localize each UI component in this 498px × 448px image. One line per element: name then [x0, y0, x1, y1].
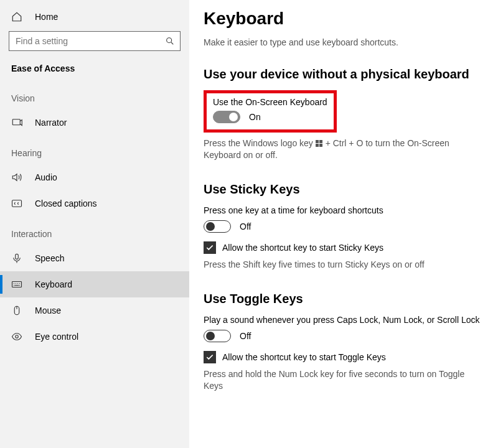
annotation-highlight: Use the On-Screen Keyboard On [204, 90, 337, 133]
sticky-shortcut-checkbox[interactable] [204, 241, 216, 254]
svg-rect-2 [12, 200, 22, 207]
sidebar-item-closed-captions[interactable]: Closed captions [0, 190, 189, 217]
svg-point-6 [16, 335, 19, 338]
search-input[interactable] [14, 35, 165, 47]
sidebar-item-label: Keyboard [35, 279, 72, 289]
sidebar-item-speech[interactable]: Speech [0, 245, 189, 271]
sidebar-group-interaction: Interaction [0, 217, 189, 245]
mouse-icon [11, 305, 24, 316]
sidebar-item-mouse[interactable]: Mouse [0, 297, 189, 324]
osk-hint: Press the Windows logo key + Ctrl + O to… [204, 138, 465, 161]
osk-toggle[interactable] [213, 111, 240, 123]
sidebar-item-label: Mouse [35, 306, 61, 315]
sidebar-item-label: Audio [35, 172, 57, 182]
svg-rect-4 [12, 282, 22, 287]
page-tagline: Make it easier to type and use keyboard … [204, 37, 484, 47]
section-osk: Use your device without a physical keybo… [204, 67, 484, 161]
section-heading: Use Sticky Keys [204, 182, 484, 197]
togglekeys-state: Off [240, 331, 251, 341]
sidebar-item-label: Narrator [35, 118, 67, 128]
search-icon [165, 36, 175, 46]
sidebar-item-label: Closed captions [35, 198, 97, 208]
page-title: Keyboard [204, 9, 484, 29]
sidebar-item-audio[interactable]: Audio [0, 164, 189, 190]
sidebar-section-title: Ease of Access [0, 61, 189, 81]
sticky-hint: Press the Shift key five times to turn S… [204, 259, 465, 271]
togglekeys-check-label: Allow the shortcut key to start Toggle K… [222, 352, 386, 362]
section-heading: Use Toggle Keys [204, 292, 484, 306]
svg-point-0 [167, 38, 172, 43]
sidebar-group-vision: Vision [0, 81, 189, 110]
section-toggle-keys: Use Toggle Keys Play a sound whenever yo… [204, 292, 484, 392]
nav-home-label: Home [35, 12, 58, 22]
sticky-check-label: Allow the shortcut key to start Sticky K… [222, 243, 383, 253]
sticky-toggle[interactable] [204, 220, 231, 233]
section-heading: Use your device without a physical keybo… [204, 67, 484, 82]
section-sticky-keys: Use Sticky Keys Press one key at a time … [204, 182, 484, 271]
osk-label: Use the On-Screen Keyboard [213, 97, 327, 107]
sticky-desc: Press one key at a time for keyboard sho… [204, 205, 484, 215]
audio-icon [11, 172, 24, 183]
sidebar-item-label: Eye control [35, 332, 78, 342]
sticky-state: Off [240, 222, 251, 231]
keyboard-icon [11, 279, 24, 290]
nav-home[interactable]: Home [0, 7, 189, 27]
sidebar-item-label: Speech [35, 253, 64, 263]
search-input-container[interactable] [9, 31, 181, 51]
togglekeys-desc: Play a sound whenever you press Caps Loc… [204, 315, 484, 325]
home-icon [11, 11, 24, 22]
togglekeys-hint: Press and hold the Num Lock key for five… [204, 368, 465, 392]
sidebar-item-keyboard[interactable]: Keyboard [0, 271, 189, 297]
closed-captions-icon [11, 198, 24, 209]
sidebar-item-narrator[interactable]: Narrator [0, 110, 189, 136]
sidebar-group-hearing: Hearing [0, 136, 189, 164]
togglekeys-toggle[interactable] [204, 330, 231, 342]
narrator-icon [11, 117, 24, 128]
sidebar-item-eye-control[interactable]: Eye control [0, 324, 189, 350]
windows-key-icon [316, 139, 323, 147]
svg-rect-1 [12, 119, 20, 125]
togglekeys-shortcut-checkbox[interactable] [204, 351, 216, 363]
microphone-icon [11, 253, 24, 264]
svg-rect-3 [16, 254, 19, 259]
osk-state: On [249, 112, 261, 122]
eye-icon [11, 331, 24, 342]
